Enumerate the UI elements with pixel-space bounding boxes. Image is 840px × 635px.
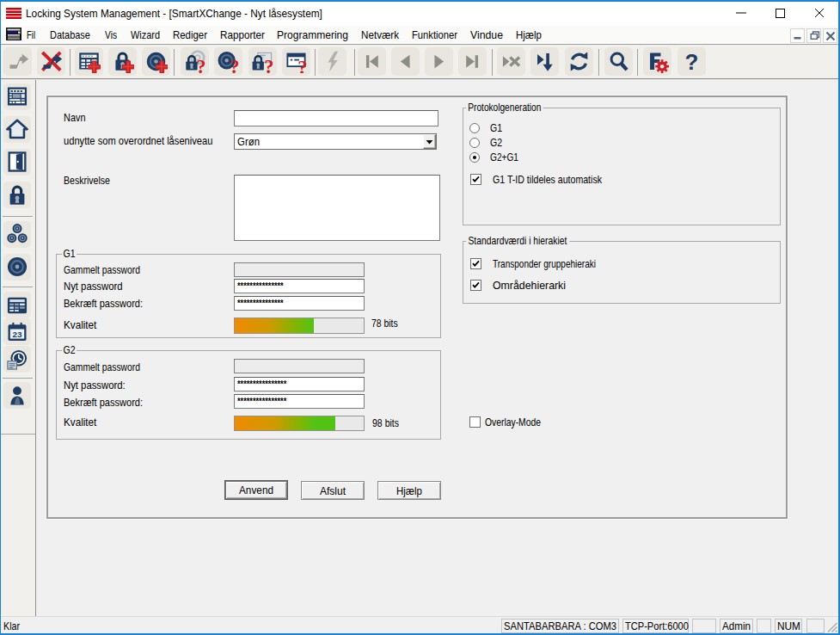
svg-text:?: ? — [297, 57, 307, 73]
svg-text:?: ? — [230, 56, 239, 73]
svg-text:?: ? — [684, 50, 698, 73]
svg-text:?: ? — [196, 56, 205, 73]
svg-text:?: ? — [264, 56, 273, 73]
svg-text:23: 23 — [12, 330, 22, 339]
